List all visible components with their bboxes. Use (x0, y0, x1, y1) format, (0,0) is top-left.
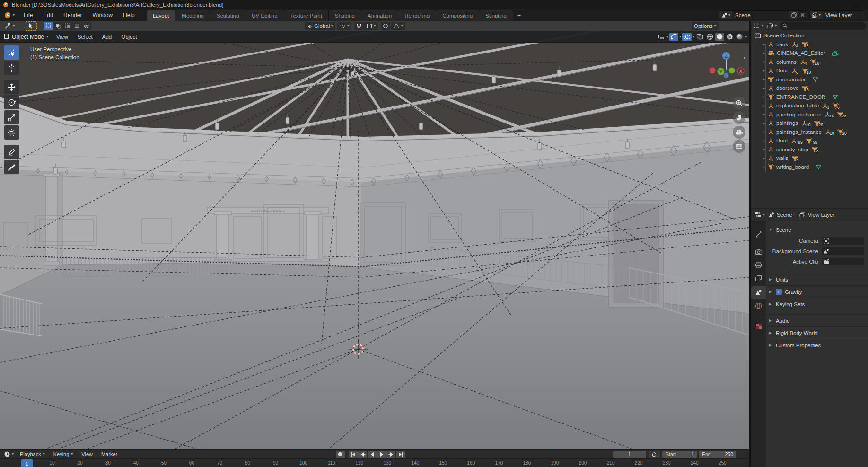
tab-shading[interactable]: Shading (329, 10, 361, 21)
next-keyframe-button[interactable] (386, 451, 395, 458)
outliner-item-walls[interactable]: ▸walls8 (751, 154, 868, 163)
tweak-tool-button[interactable] (25, 21, 37, 31)
snap-toggle[interactable] (354, 22, 364, 30)
gravity-checkbox[interactable]: ✓ (776, 289, 782, 295)
proportional-editing-toggle[interactable] (381, 22, 390, 30)
transform-orientation-dropdown[interactable]: Global ▾ (305, 22, 335, 30)
current-frame-field[interactable]: 1 (613, 451, 646, 458)
section-audio[interactable]: ▶Audio (769, 316, 864, 326)
blender-menu-button[interactable]: ▾ (0, 9, 18, 21)
select-mode-subtract[interactable] (62, 22, 72, 30)
viewport-menu-object[interactable]: Object (116, 34, 141, 40)
background-scene-field[interactable] (822, 247, 864, 255)
tab-rendering[interactable]: Rendering (398, 10, 436, 21)
viewport-canvas[interactable]: ENTRANCE DOOR (0, 31, 749, 449)
camera-field[interactable] (822, 237, 864, 245)
menu-render[interactable]: Render (58, 12, 87, 18)
stopwatch-button[interactable] (649, 451, 660, 458)
tool-scale[interactable] (4, 110, 19, 124)
nav-pan-button[interactable] (733, 111, 745, 124)
timeline-menu-playback[interactable]: Playback▾ (16, 451, 49, 457)
viewport-3d[interactable]: ENTRANCE DOOR Obj (0, 31, 749, 449)
snap-settings-dropdown[interactable]: ▾ (364, 22, 378, 30)
timeline-menu-marker[interactable]: Marker (97, 451, 122, 457)
properties-tab-render[interactable] (751, 246, 766, 258)
options-dropdown[interactable]: Options ▾ (692, 22, 719, 30)
select-mode-intersect[interactable] (81, 22, 91, 30)
current-frame-marker[interactable]: 1 (21, 459, 33, 467)
tab-texture-paint[interactable]: Texture Paint (284, 10, 329, 21)
properties-tab-tool[interactable] (751, 228, 766, 240)
view-layer-selector[interactable]: ▾ View Layer (809, 10, 865, 19)
viewport-menu-view[interactable]: View (52, 34, 73, 40)
outliner-item-doorcorridor[interactable]: ▸doorcorridor (751, 75, 868, 84)
menu-help[interactable]: Help (118, 12, 140, 18)
timeline-menu-view[interactable]: View (77, 451, 97, 457)
outliner-filter-dropdown[interactable]: ▾ (766, 22, 778, 30)
add-workspace-button[interactable]: + (513, 10, 525, 21)
jump-start-button[interactable] (349, 451, 358, 458)
outliner-item-doorsove[interactable]: ▸doorsove6 (751, 84, 868, 93)
menu-edit[interactable]: Edit (38, 12, 58, 18)
select-mode-set[interactable] (44, 22, 53, 30)
outliner-item-bank[interactable]: ▸bank48 (751, 40, 868, 49)
properties-tab-texture[interactable] (751, 320, 766, 333)
mode-dropdown[interactable]: Object Mode ▾ (0, 31, 52, 42)
properties-tab-world[interactable] (751, 300, 766, 312)
select-mode-extend[interactable] (53, 22, 62, 30)
editor-type-dropdown[interactable]: ▾ (0, 450, 16, 458)
timeline-ruler[interactable]: 1 10203040506070809010011012013014015016… (0, 458, 749, 467)
menu-file[interactable]: File (18, 12, 38, 18)
properties-tab-view-layer[interactable] (751, 272, 766, 284)
xray-toggle[interactable] (695, 33, 704, 41)
section-gravity[interactable]: ▶✓Gravity (769, 287, 864, 297)
section-keying-sets[interactable]: ▶Keying Sets (769, 299, 864, 309)
properties-editor-type-dropdown[interactable]: ▾ (754, 211, 766, 219)
outliner-item-writing_board[interactable]: ▸writing_board (751, 163, 868, 172)
tab-modeling[interactable]: Modeling (175, 10, 210, 21)
section-scene[interactable]: ▼Scene (769, 225, 864, 235)
shading-rendered[interactable] (735, 33, 744, 41)
tool-move[interactable] (4, 80, 19, 94)
frame-end-field[interactable]: End250 (699, 451, 736, 458)
outliner-display-mode-dropdown[interactable]: ▾ (753, 22, 764, 30)
scene-selector[interactable]: ▾ Scene (719, 10, 807, 19)
breadcrumb-view-layer[interactable]: View Layer (808, 212, 835, 218)
tab-animation[interactable]: Animation (361, 10, 398, 21)
auto-key-button[interactable] (336, 451, 345, 458)
tab-sculpting[interactable]: Sculpting (210, 10, 245, 21)
chevron-down-icon[interactable]: ▾ (693, 35, 694, 39)
tab-uv-editing[interactable]: UV Editing (245, 10, 284, 21)
outliner-item-Roof[interactable]: ▸Roof+99+99 (751, 136, 868, 145)
outliner-item-columns[interactable]: ▸columns416 (751, 58, 868, 67)
tab-compositing[interactable]: Compositing (436, 10, 479, 21)
active-tool-dropdown[interactable]: ▾ (2, 22, 17, 30)
outliner-root-collection[interactable]: Scene Collection (751, 31, 868, 40)
outliner-item-CINEMA_4D_Editor[interactable]: ▸CINEMA_4D_Editor (751, 49, 868, 58)
proportional-falloff-dropdown[interactable]: ▾ (391, 22, 405, 30)
select-mode-invert[interactable] (72, 22, 81, 30)
viewport-menu-select[interactable]: Select (73, 34, 97, 40)
unlink-scene-button[interactable] (798, 11, 807, 19)
object-visibility-dropdown[interactable] (656, 33, 666, 41)
tool-transform[interactable] (4, 125, 19, 140)
outliner-item-paintings[interactable]: ▸paintings1020 (751, 119, 868, 128)
section-custom-properties[interactable]: ▶Custom Properties (769, 340, 864, 350)
nav-camera-button[interactable] (733, 126, 745, 139)
properties-tab-scene[interactable] (751, 286, 766, 299)
play-reverse-button[interactable] (368, 451, 377, 458)
breadcrumb-scene[interactable]: Scene (777, 212, 792, 218)
jump-end-button[interactable] (396, 451, 405, 458)
properties-tab-output[interactable] (751, 259, 766, 271)
section-units[interactable]: ▶Units (769, 274, 864, 284)
shading-wireframe[interactable] (705, 33, 714, 41)
tool-annotate[interactable] (4, 145, 19, 159)
shading-material[interactable] (725, 33, 734, 41)
nav-ortho-button[interactable] (733, 140, 745, 153)
menu-window[interactable]: Window (87, 12, 118, 18)
active-clip-field[interactable] (822, 258, 864, 265)
show-gizmo-toggle[interactable] (669, 33, 678, 41)
region-collapse-arrow[interactable]: ‹ (744, 54, 745, 61)
frame-start-field[interactable]: Start1 (662, 451, 697, 458)
tab-layout[interactable]: Layout (147, 10, 176, 21)
